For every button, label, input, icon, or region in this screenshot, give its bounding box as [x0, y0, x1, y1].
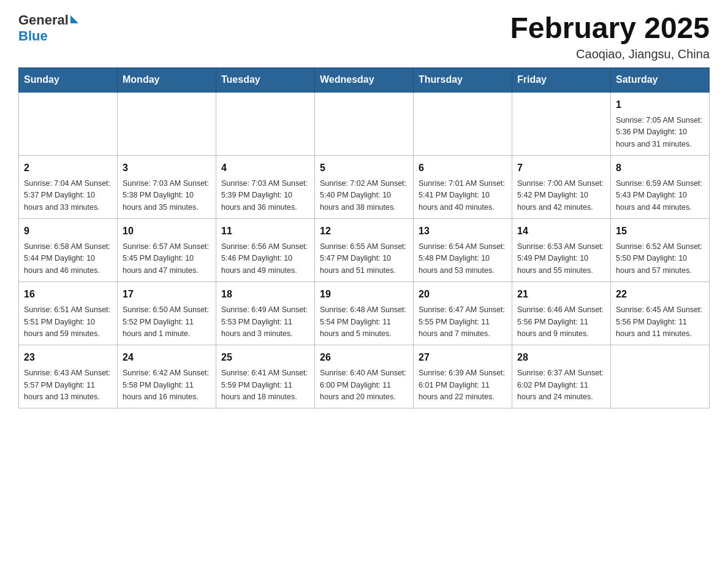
day-number: 11 — [221, 224, 309, 239]
day-number: 4 — [221, 161, 309, 175]
day-number: 13 — [419, 224, 507, 239]
calendar-cell: 15Sunrise: 6:52 AM Sunset: 5:50 PM Dayli… — [611, 219, 710, 282]
day-number: 8 — [616, 161, 704, 175]
calendar-header-row: SundayMondayTuesdayWednesdayThursdayFrid… — [19, 67, 710, 92]
calendar-cell: 28Sunrise: 6:37 AM Sunset: 6:02 PM Dayli… — [512, 345, 611, 408]
calendar-cell — [611, 345, 710, 408]
day-info: Sunrise: 6:39 AM Sunset: 6:01 PM Dayligh… — [419, 367, 507, 403]
logo-blue: Blue — [18, 28, 48, 44]
day-info: Sunrise: 6:56 AM Sunset: 5:46 PM Dayligh… — [221, 241, 309, 277]
day-number: 10 — [123, 224, 211, 239]
calendar-cell: 14Sunrise: 6:53 AM Sunset: 5:49 PM Dayli… — [512, 219, 611, 282]
day-info: Sunrise: 6:46 AM Sunset: 5:56 PM Dayligh… — [517, 304, 605, 340]
calendar-cell — [118, 92, 216, 156]
logo: General Blue — [18, 12, 78, 44]
day-number: 3 — [123, 161, 211, 175]
day-info: Sunrise: 6:41 AM Sunset: 5:59 PM Dayligh… — [221, 367, 309, 403]
calendar-cell: 22Sunrise: 6:45 AM Sunset: 5:56 PM Dayli… — [611, 282, 710, 345]
calendar-cell: 11Sunrise: 6:56 AM Sunset: 5:46 PM Dayli… — [216, 219, 315, 282]
calendar-cell: 26Sunrise: 6:40 AM Sunset: 6:00 PM Dayli… — [315, 345, 414, 408]
calendar-week-row: 23Sunrise: 6:43 AM Sunset: 5:57 PM Dayli… — [19, 345, 710, 408]
calendar-cell — [512, 92, 611, 156]
day-header-friday: Friday — [512, 67, 611, 92]
calendar-cell: 9Sunrise: 6:58 AM Sunset: 5:44 PM Daylig… — [19, 219, 118, 282]
day-info: Sunrise: 6:37 AM Sunset: 6:02 PM Dayligh… — [517, 367, 605, 403]
calendar-cell — [414, 92, 512, 156]
day-number: 22 — [616, 287, 704, 302]
day-number: 23 — [24, 350, 112, 365]
day-header-sunday: Sunday — [19, 67, 118, 92]
page-header: General Blue February 2025 Caoqiao, Jian… — [18, 12, 710, 61]
day-number: 25 — [221, 350, 309, 365]
day-header-wednesday: Wednesday — [315, 67, 414, 92]
logo-arrow-icon — [70, 15, 78, 23]
calendar-cell: 8Sunrise: 6:59 AM Sunset: 5:43 PM Daylig… — [611, 155, 710, 218]
calendar-week-row: 1Sunrise: 7:05 AM Sunset: 5:36 PM Daylig… — [19, 92, 710, 156]
calendar-cell: 16Sunrise: 6:51 AM Sunset: 5:51 PM Dayli… — [19, 282, 118, 345]
calendar-cell — [216, 92, 315, 156]
calendar-cell: 12Sunrise: 6:55 AM Sunset: 5:47 PM Dayli… — [315, 219, 414, 282]
day-info: Sunrise: 7:02 AM Sunset: 5:40 PM Dayligh… — [320, 178, 408, 213]
day-info: Sunrise: 7:03 AM Sunset: 5:39 PM Dayligh… — [221, 178, 309, 213]
day-info: Sunrise: 6:50 AM Sunset: 5:52 PM Dayligh… — [123, 304, 211, 340]
day-number: 27 — [419, 350, 507, 365]
day-info: Sunrise: 6:59 AM Sunset: 5:43 PM Dayligh… — [616, 178, 704, 213]
calendar-cell: 1Sunrise: 7:05 AM Sunset: 5:36 PM Daylig… — [611, 92, 710, 156]
day-info: Sunrise: 6:43 AM Sunset: 5:57 PM Dayligh… — [24, 367, 112, 403]
calendar-table: SundayMondayTuesdayWednesdayThursdayFrid… — [18, 67, 710, 409]
day-number: 16 — [24, 287, 112, 302]
day-number: 14 — [517, 224, 605, 239]
calendar-cell: 13Sunrise: 6:54 AM Sunset: 5:48 PM Dayli… — [414, 219, 512, 282]
calendar-cell: 10Sunrise: 6:57 AM Sunset: 5:45 PM Dayli… — [118, 219, 216, 282]
day-number: 26 — [320, 350, 408, 365]
day-info: Sunrise: 6:54 AM Sunset: 5:48 PM Dayligh… — [419, 241, 507, 277]
day-info: Sunrise: 6:58 AM Sunset: 5:44 PM Dayligh… — [24, 241, 112, 277]
calendar-week-row: 2Sunrise: 7:04 AM Sunset: 5:37 PM Daylig… — [19, 155, 710, 218]
calendar-cell: 3Sunrise: 7:03 AM Sunset: 5:38 PM Daylig… — [118, 155, 216, 218]
day-number: 21 — [517, 287, 605, 302]
day-number: 7 — [517, 161, 605, 175]
calendar-title: February 2025 — [510, 12, 710, 45]
calendar-cell: 23Sunrise: 6:43 AM Sunset: 5:57 PM Dayli… — [19, 345, 118, 408]
day-header-tuesday: Tuesday — [216, 67, 315, 92]
day-info: Sunrise: 7:05 AM Sunset: 5:36 PM Dayligh… — [616, 115, 704, 150]
calendar-week-row: 9Sunrise: 6:58 AM Sunset: 5:44 PM Daylig… — [19, 219, 710, 282]
calendar-cell: 25Sunrise: 6:41 AM Sunset: 5:59 PM Dayli… — [216, 345, 315, 408]
day-info: Sunrise: 7:03 AM Sunset: 5:38 PM Dayligh… — [123, 178, 211, 213]
day-info: Sunrise: 6:49 AM Sunset: 5:53 PM Dayligh… — [221, 304, 309, 340]
day-number: 6 — [419, 161, 507, 175]
calendar-cell: 2Sunrise: 7:04 AM Sunset: 5:37 PM Daylig… — [19, 155, 118, 218]
day-info: Sunrise: 6:51 AM Sunset: 5:51 PM Dayligh… — [24, 304, 112, 340]
day-number: 24 — [123, 350, 211, 365]
day-info: Sunrise: 6:55 AM Sunset: 5:47 PM Dayligh… — [320, 241, 408, 277]
calendar-cell — [315, 92, 414, 156]
day-info: Sunrise: 6:42 AM Sunset: 5:58 PM Dayligh… — [123, 367, 211, 403]
day-number: 1 — [616, 98, 704, 112]
calendar-cell: 24Sunrise: 6:42 AM Sunset: 5:58 PM Dayli… — [118, 345, 216, 408]
day-number: 18 — [221, 287, 309, 302]
calendar-cell: 20Sunrise: 6:47 AM Sunset: 5:55 PM Dayli… — [414, 282, 512, 345]
day-number: 2 — [24, 161, 112, 175]
day-number: 20 — [419, 287, 507, 302]
calendar-cell: 4Sunrise: 7:03 AM Sunset: 5:39 PM Daylig… — [216, 155, 315, 218]
day-number: 12 — [320, 224, 408, 239]
calendar-cell: 19Sunrise: 6:48 AM Sunset: 5:54 PM Dayli… — [315, 282, 414, 345]
day-header-saturday: Saturday — [611, 67, 710, 92]
day-number: 9 — [24, 224, 112, 239]
logo-general: General — [18, 12, 69, 28]
day-header-thursday: Thursday — [414, 67, 512, 92]
day-info: Sunrise: 6:53 AM Sunset: 5:49 PM Dayligh… — [517, 241, 605, 277]
day-info: Sunrise: 6:57 AM Sunset: 5:45 PM Dayligh… — [123, 241, 211, 277]
day-number: 28 — [517, 350, 605, 365]
calendar-cell: 18Sunrise: 6:49 AM Sunset: 5:53 PM Dayli… — [216, 282, 315, 345]
calendar-cell: 17Sunrise: 6:50 AM Sunset: 5:52 PM Dayli… — [118, 282, 216, 345]
day-info: Sunrise: 7:01 AM Sunset: 5:41 PM Dayligh… — [419, 178, 507, 213]
title-section: February 2025 Caoqiao, Jiangsu, China — [510, 12, 710, 61]
day-info: Sunrise: 7:04 AM Sunset: 5:37 PM Dayligh… — [24, 178, 112, 213]
day-number: 17 — [123, 287, 211, 302]
calendar-cell: 27Sunrise: 6:39 AM Sunset: 6:01 PM Dayli… — [414, 345, 512, 408]
day-info: Sunrise: 6:48 AM Sunset: 5:54 PM Dayligh… — [320, 304, 408, 340]
calendar-cell: 7Sunrise: 7:00 AM Sunset: 5:42 PM Daylig… — [512, 155, 611, 218]
day-number: 19 — [320, 287, 408, 302]
calendar-cell: 21Sunrise: 6:46 AM Sunset: 5:56 PM Dayli… — [512, 282, 611, 345]
